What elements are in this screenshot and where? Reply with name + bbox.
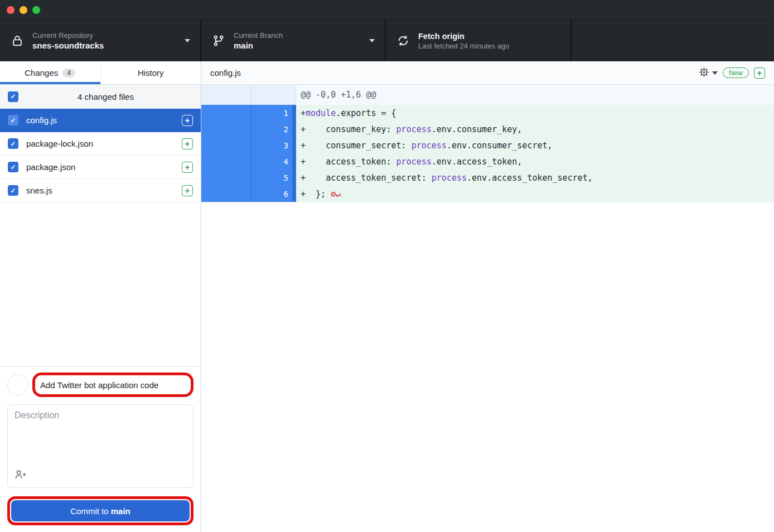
hunk-gutter-new [251, 85, 296, 105]
diff-gutter-new[interactable]: 4 [251, 153, 296, 170]
tab-history-label: History [138, 68, 164, 78]
file-checkbox[interactable]: ✓ [8, 115, 18, 125]
commit-area: Commit to main [0, 366, 201, 532]
commit-to-main-button[interactable]: Commit to main [11, 500, 190, 521]
check-icon: ✓ [10, 117, 16, 124]
file-name: config.js [26, 115, 57, 125]
zoom-window-button[interactable] [32, 6, 40, 14]
diff-gutter-old[interactable] [201, 105, 251, 121]
new-file-badge: New [723, 67, 749, 78]
file-name: package-lock.json [26, 139, 93, 148]
fetch-origin-label: Fetch origin [418, 31, 560, 41]
gear-icon [699, 67, 709, 79]
hunk-gutter-old [201, 85, 251, 105]
changed-files-header: ✓ 4 changed files [0, 85, 201, 109]
diff-gutter-new[interactable]: 6 [251, 186, 296, 202]
diff-empty-area [201, 202, 774, 532]
add-coauthor-icon[interactable] [14, 470, 27, 482]
line-number: 2 [284, 125, 292, 134]
sidebar: Changes 4 History ✓ 4 changed files ✓ co… [0, 61, 201, 532]
close-window-button[interactable] [7, 6, 14, 14]
check-icon: ✓ [10, 164, 16, 171]
diff-options-dropdown[interactable] [699, 67, 718, 79]
diff-gutter-old[interactable] [201, 170, 251, 186]
file-row-snes-js[interactable]: ✓ snes.js + [0, 179, 201, 202]
file-added-status-icon: + [182, 115, 193, 126]
changed-files-count: 4 changed files [18, 92, 193, 101]
commit-button-prefix: Commit to [70, 506, 111, 516]
hunk-header-row: @@ -0,0 +1,6 @@ [201, 85, 774, 105]
current-repository-value: snes-soundtracks [32, 40, 185, 51]
file-checkbox[interactable]: ✓ [8, 138, 18, 149]
file-added-status-icon: + [182, 185, 193, 196]
commit-description-input[interactable] [14, 410, 186, 465]
toolbar-filler [572, 20, 774, 61]
diff-file-name: config.js [210, 68, 241, 78]
current-branch-label: Current Branch [234, 31, 369, 40]
diff-code: + consumer_secret: process.env.consumer_… [296, 137, 774, 153]
line-number: 6 [284, 190, 292, 199]
tab-changes[interactable]: Changes 4 [0, 61, 100, 84]
select-all-checkbox[interactable]: ✓ [8, 91, 18, 102]
diff-line-5[interactable]: 5 + access_token_secret: process.env.acc… [201, 170, 774, 186]
diff-gutter-old[interactable] [201, 153, 251, 170]
current-repository-dropdown[interactable]: Current Repository snes-soundtracks [0, 20, 201, 61]
line-number: 3 [284, 141, 292, 150]
current-repository-label: Current Repository [32, 31, 185, 40]
chevron-down-icon [712, 71, 718, 75]
toolbar: Current Repository snes-soundtracks Curr… [0, 20, 774, 61]
sidebar-spacer [0, 202, 201, 366]
diff-line-4[interactable]: 4 + access_token: process.env.access_tok… [201, 153, 774, 170]
commit-button-branch: main [111, 506, 130, 516]
check-icon: ✓ [10, 141, 16, 147]
red-annotation-commit-button: Commit to main [7, 496, 194, 525]
line-number: 1 [284, 109, 292, 118]
diff-gutter-old[interactable] [201, 137, 251, 153]
repository-lock-icon [10, 35, 25, 47]
commit-description-box [7, 404, 194, 488]
diff-gutter-old[interactable] [201, 186, 251, 202]
diff-line-6[interactable]: 6 + }; ⊘↵ [201, 186, 774, 202]
diff-gutter-old[interactable] [201, 121, 251, 137]
check-icon: ✓ [10, 187, 16, 194]
file-name: snes.js [26, 186, 52, 195]
no-newline-icon: ⊘↵ [326, 189, 341, 199]
file-row-config-js[interactable]: ✓ config.js + [0, 109, 201, 132]
tab-changes-label: Changes [25, 68, 58, 78]
diff-gutter-new[interactable]: 3 [251, 137, 296, 153]
file-row-package-json[interactable]: ✓ package.json + [0, 156, 201, 179]
current-branch-dropdown[interactable]: Current Branch main [201, 20, 386, 61]
current-branch-value: main [234, 40, 369, 51]
line-number: 4 [284, 157, 292, 166]
file-name: package.json [26, 162, 75, 172]
diff-code: + }; ⊘↵ [296, 186, 774, 202]
diff-line-3[interactable]: 3 + consumer_secret: process.env.consume… [201, 137, 774, 153]
github-desktop-window: Current Repository snes-soundtracks Curr… [0, 0, 774, 532]
commit-summary-input[interactable] [35, 380, 191, 390]
file-added-status-icon: + [182, 138, 193, 149]
titlebar [0, 0, 774, 20]
file-checkbox[interactable]: ✓ [8, 185, 18, 196]
chevron-down-icon [369, 39, 375, 42]
file-checkbox[interactable]: ✓ [8, 162, 18, 172]
diff-code: + consumer_key: process.env.consumer_key… [296, 121, 774, 137]
changes-count-badge: 4 [62, 69, 75, 78]
file-row-package-lock-json[interactable]: ✓ package-lock.json + [0, 132, 201, 156]
tab-history[interactable]: History [100, 61, 201, 84]
avatar [7, 374, 28, 395]
diff-gutter-new[interactable]: 1 [251, 105, 296, 121]
diff-gutter-new[interactable]: 2 [251, 121, 296, 137]
diff-header: config.js New + [201, 61, 774, 85]
diff-line-1[interactable]: 1 +module.exports = { [201, 105, 774, 121]
diff-gutter-new[interactable]: 5 [251, 170, 296, 186]
fetch-origin-button[interactable]: Fetch origin Last fetched 24 minutes ago [386, 20, 572, 61]
diff-panel: config.js New + [201, 61, 774, 532]
sync-icon [396, 35, 410, 47]
diff-code: + access_token_secret: process.env.acces… [296, 170, 774, 186]
sidebar-tabs: Changes 4 History [0, 61, 201, 85]
minimize-window-button[interactable] [20, 6, 27, 14]
diff-line-2[interactable]: 2 + consumer_key: process.env.consumer_k… [201, 121, 774, 137]
line-number: 5 [284, 173, 292, 182]
check-icon: ✓ [10, 93, 16, 100]
git-branch-icon [211, 35, 226, 47]
